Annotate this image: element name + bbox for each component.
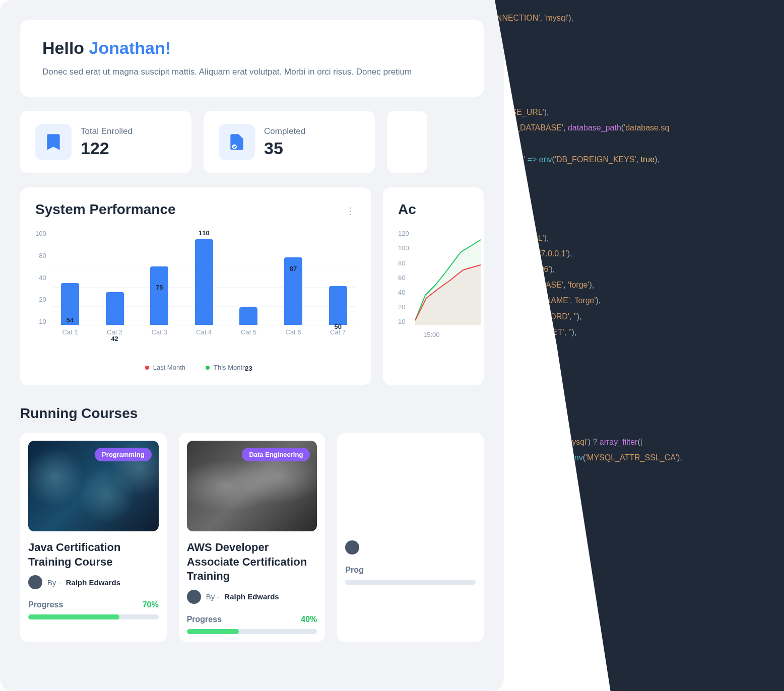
y-tick: 10 [35, 318, 46, 325]
y-tick: 10 [398, 318, 409, 325]
chart-menu-icon[interactable]: ⋮ [346, 205, 356, 217]
course-card[interactable]: Prog [337, 433, 484, 642]
hero-card: Hello Jonathan! Donec sed erat ut magna … [20, 20, 484, 97]
bar [106, 292, 124, 325]
progress-fill [187, 629, 239, 634]
performance-title: System Performance [35, 201, 356, 218]
progress-fill [28, 614, 119, 619]
dashboard-panel: Hello Jonathan! Donec sed erat ut magna … [0, 0, 504, 691]
author-name: Ralph Edwards [224, 592, 279, 601]
progress-pct: 70% [143, 600, 159, 609]
y-tick: 40 [35, 274, 46, 282]
greeting-text: Hello [42, 38, 89, 57]
progress-label: Prog [345, 566, 363, 575]
progress-row: Prog [345, 566, 476, 575]
stat-card-overflow[interactable] [387, 111, 427, 173]
course-title: AWS Developer Associate Certification Tr… [187, 540, 317, 584]
by-text: By - [206, 592, 220, 601]
hero-greeting: Hello Jonathan! [42, 38, 462, 58]
y-axis: 10080402010 [35, 230, 52, 325]
bar [195, 239, 213, 325]
bar [239, 307, 257, 325]
line-chart: 1201008060402010 15:00 [398, 230, 469, 346]
y-tick: 40 [398, 289, 409, 296]
bookmark-icon [35, 124, 72, 160]
bar-column[interactable]: 110Cat 4 [186, 239, 222, 325]
bar-chart: 10080402010 54Cat 142Cat 275Cat 3110Cat … [35, 230, 356, 346]
performance-chart-card: System Performance ⋮ 10080402010 54Cat 1… [20, 187, 371, 385]
course-image [345, 441, 476, 531]
course-card[interactable]: Programming Java Certification Training … [20, 433, 167, 642]
course-title: Java Certification Training Course [28, 540, 159, 569]
bar-column[interactable]: 42Cat 2 [97, 292, 133, 325]
bar-category: Cat 7 [330, 328, 346, 336]
activity-x-tick: 15:00 [423, 331, 440, 338]
avatar [345, 540, 359, 555]
bar-column[interactable]: 54Cat 1 [52, 283, 88, 325]
completed-label: Completed [264, 126, 305, 136]
bar-column[interactable]: 23Cat 5 [231, 307, 267, 325]
enrolled-label: Total Enrolled [81, 126, 133, 136]
bar-column[interactable]: 50Cat 7 [320, 286, 356, 325]
activity-title: Ac [398, 201, 469, 218]
course-row: Programming Java Certification Training … [20, 433, 484, 642]
bar [150, 266, 168, 325]
y-tick: 80 [35, 252, 46, 259]
line-svg [415, 230, 484, 325]
course-badge: Programming [95, 448, 152, 461]
course-author [345, 540, 476, 555]
user-name: Jonathan! [89, 38, 171, 57]
by-text: By - [47, 578, 61, 587]
y-tick: 100 [35, 230, 46, 237]
running-courses-title: Running Courses [20, 405, 484, 422]
bar-value: 54 [67, 316, 74, 324]
bar-value: 87 [290, 265, 297, 272]
hero-subtitle: Donec sed erat ut magna suscipit mattis.… [42, 65, 462, 79]
bar-column[interactable]: 87Cat 6 [276, 257, 311, 325]
bar-category: Cat 1 [62, 328, 78, 336]
y-tick: 100 [398, 244, 409, 252]
course-image: Programming [28, 441, 159, 531]
bar-category: Cat 4 [196, 328, 212, 336]
course-card[interactable]: Data Engineering AWS Developer Associate… [179, 433, 325, 642]
course-author: By - Ralph Edwards [187, 590, 317, 604]
bar-category: Cat 2 [107, 328, 122, 336]
bar-column[interactable]: 75Cat 3 [142, 266, 177, 325]
charts-row: System Performance ⋮ 10080402010 54Cat 1… [20, 187, 484, 385]
course-image: Data Engineering [187, 441, 317, 531]
bar-category: Cat 3 [152, 328, 167, 336]
stats-row: Total Enrolled 122 Completed 35 [20, 111, 484, 173]
author-name: Ralph Edwards [66, 578, 120, 587]
y-tick: 20 [398, 303, 409, 311]
bar-value: 42 [111, 335, 118, 342]
avatar [187, 590, 201, 604]
y-tick: 80 [398, 259, 409, 267]
progress-label: Progress [187, 615, 222, 624]
progress-row: Progress 70% [28, 600, 159, 609]
progress-label: Progress [28, 600, 63, 609]
bar [329, 286, 347, 325]
course-badge: Data Engineering [242, 448, 310, 461]
progress-bar [28, 614, 159, 619]
avatar [28, 575, 42, 589]
legend-last-month: Last Month [145, 364, 185, 371]
bars-area: 54Cat 142Cat 275Cat 3110Cat 423Cat 587Ca… [52, 230, 356, 325]
progress-bar [345, 580, 476, 585]
completed-card[interactable]: Completed 35 [204, 111, 375, 173]
bar-category: Cat 5 [241, 328, 256, 336]
course-author: By - Ralph Edwards [28, 575, 159, 589]
completed-value: 35 [264, 139, 305, 158]
y-tick: 120 [398, 230, 409, 237]
progress-row: Progress 40% [187, 615, 317, 624]
enrolled-value: 122 [81, 139, 133, 158]
bar-category: Cat 6 [286, 328, 301, 336]
enrolled-card[interactable]: Total Enrolled 122 [20, 111, 191, 173]
legend-this-month: This Month [206, 364, 246, 371]
file-check-icon [219, 124, 255, 160]
activity-chart-card: Ac 1201008060402010 15:00 [383, 187, 484, 385]
progress-pct: 40% [301, 615, 317, 624]
chart-legend: Last Month This Month [35, 364, 356, 371]
y-tick: 20 [35, 296, 46, 303]
bar-value: 110 [199, 229, 210, 237]
bar-value: 23 [245, 365, 252, 372]
